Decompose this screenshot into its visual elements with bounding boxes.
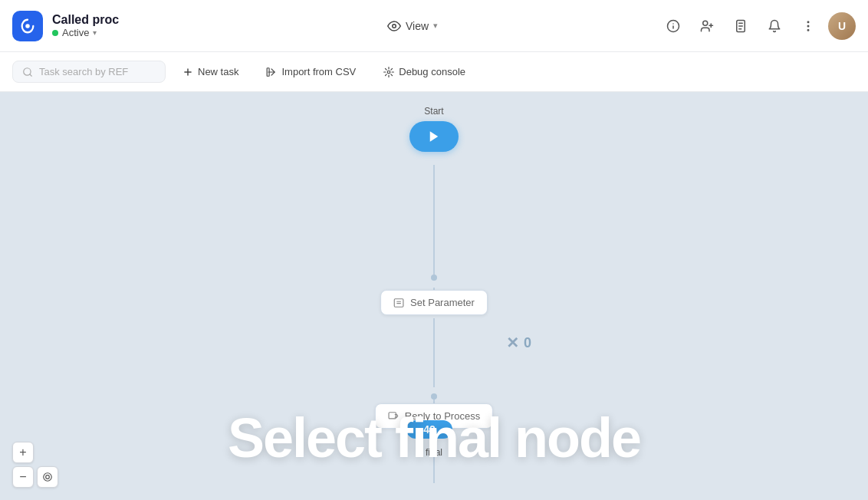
start-button[interactable] (409, 121, 459, 152)
info-button[interactable] (659, 12, 687, 40)
set-param-icon (393, 298, 404, 308)
connector-dot-2 (431, 393, 437, 400)
zoom-fit-button[interactable] (37, 466, 58, 488)
import-button[interactable]: Import from CSV (255, 61, 367, 83)
header: Called proc Active ▾ View ▾ (0, 0, 868, 52)
app-logo (12, 11, 43, 41)
import-label: Import from CSV (281, 66, 356, 77)
bell-button[interactable] (761, 12, 788, 40)
svg-line-16 (30, 74, 32, 76)
svg-point-32 (44, 473, 52, 482)
final-label: final (426, 447, 442, 458)
add-user-button[interactable] (693, 12, 721, 40)
search-icon (22, 67, 33, 77)
badge-count: 42 (423, 423, 436, 436)
view-chevron-icon: ▾ (433, 21, 438, 31)
start-node: Start (409, 106, 459, 152)
fit-icon (42, 472, 53, 482)
svg-point-20 (388, 71, 391, 74)
app-title-group: Called proc Active ▾ (52, 13, 119, 38)
zoom-controls: + − (12, 442, 58, 488)
logo-area: Called proc Active ▾ (12, 11, 166, 41)
zoom-minus-row: − (12, 466, 58, 488)
minus-icon: − (19, 470, 26, 484)
svg-point-5 (703, 21, 708, 25)
search-box[interactable]: Task search by REF (12, 61, 166, 83)
final-badge-node[interactable]: 42 (406, 420, 452, 439)
x-count: 0 (524, 335, 531, 351)
eye-icon (387, 19, 401, 33)
reply-icon (388, 411, 399, 422)
chevron-down-icon: ▾ (93, 28, 97, 37)
x-icon: ✕ (506, 334, 519, 352)
set-parameter-label: Set Parameter (410, 297, 475, 308)
status-badge[interactable]: Active ▾ (52, 27, 119, 38)
info-icon (666, 19, 680, 33)
connector-dot-1 (431, 275, 437, 281)
set-parameter-node[interactable]: Set Parameter (380, 290, 488, 315)
plus-icon: + (19, 446, 26, 459)
start-label: Start (424, 106, 443, 117)
header-center: View ▾ (166, 15, 659, 38)
svg-marker-26 (430, 131, 439, 142)
status-label: Active (62, 27, 89, 38)
document-icon (734, 19, 748, 33)
zoom-row: + (12, 442, 58, 463)
bell-icon (768, 19, 781, 33)
zoom-minus-button[interactable]: − (12, 466, 34, 488)
new-task-label: New task (198, 66, 238, 77)
view-label: View (406, 20, 429, 32)
add-user-icon (700, 19, 714, 33)
svg-point-12 (807, 21, 809, 23)
new-task-button[interactable]: New task (172, 61, 249, 83)
svg-point-14 (807, 29, 809, 31)
search-placeholder: Task search by REF (39, 66, 128, 77)
app-title: Called proc (52, 13, 119, 27)
svg-point-1 (393, 24, 396, 28)
plus-icon (182, 67, 193, 77)
status-dot (52, 30, 58, 36)
debug-icon (383, 67, 394, 77)
canvas: Start Set Parameter ✕ 0 Reply to Process… (0, 92, 868, 500)
svg-point-13 (807, 25, 809, 27)
more-button[interactable] (794, 12, 822, 40)
toolbar: Task search by REF New task Import from … (0, 52, 868, 92)
zoom-plus-button[interactable]: + (12, 442, 34, 463)
header-right: U (659, 12, 856, 40)
debug-button[interactable]: Debug console (373, 61, 476, 83)
document-button[interactable] (727, 12, 755, 40)
avatar-image: U (828, 12, 856, 40)
avatar[interactable]: U (828, 12, 856, 40)
debug-label: Debug console (399, 66, 465, 77)
more-icon (801, 19, 815, 33)
play-icon (427, 130, 441, 143)
svg-point-31 (46, 475, 50, 479)
svg-point-0 (25, 24, 30, 28)
x-counter-node: ✕ 0 (506, 334, 531, 352)
import-icon (266, 67, 277, 77)
view-button[interactable]: View ▾ (378, 15, 447, 38)
